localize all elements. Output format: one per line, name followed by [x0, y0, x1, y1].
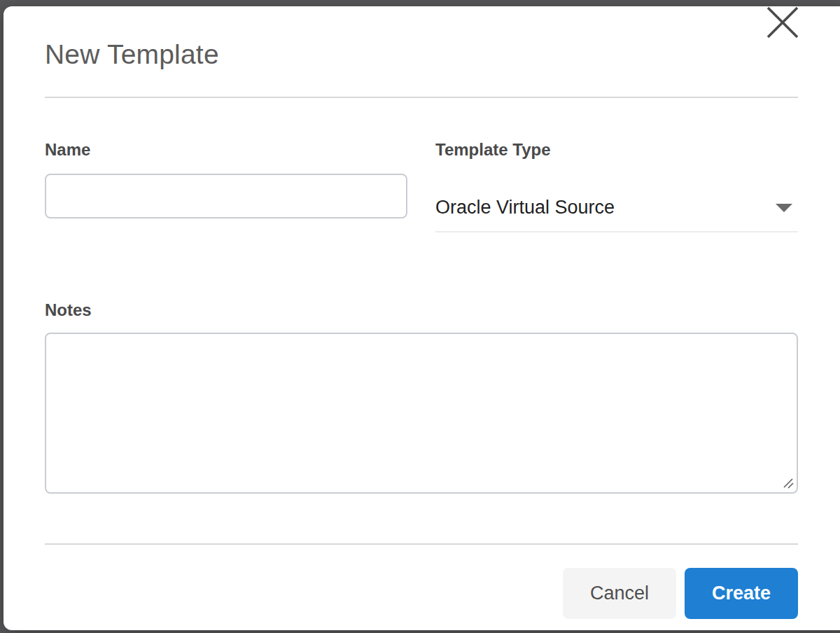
- template-type-field-group: Template Type Oracle Virtual Source: [435, 140, 798, 233]
- header-divider: [45, 97, 798, 98]
- template-type-label: Template Type: [435, 140, 798, 160]
- notes-field-group: Notes: [45, 300, 798, 494]
- notes-label: Notes: [45, 300, 798, 320]
- chevron-down-icon: [776, 204, 792, 212]
- close-icon: [762, 2, 803, 43]
- cancel-button[interactable]: Cancel: [563, 568, 676, 619]
- footer-divider: [45, 543, 798, 545]
- dialog-title: New Template: [45, 39, 798, 71]
- template-type-select[interactable]: Oracle Virtual Source: [435, 198, 798, 232]
- form-row-top: Name Template Type Oracle Virtual Source: [45, 140, 798, 233]
- name-input[interactable]: [45, 174, 407, 218]
- create-button[interactable]: Create: [685, 568, 798, 619]
- close-button[interactable]: [762, 1, 804, 43]
- notes-textarea[interactable]: [45, 333, 798, 494]
- notes-textarea-wrap: [45, 333, 798, 494]
- new-template-dialog: New Template Name Template Type Oracle V…: [4, 6, 840, 630]
- dialog-footer: Cancel Create: [45, 568, 798, 619]
- name-field-group: Name: [45, 140, 407, 233]
- template-type-selected-value: Oracle Virtual Source: [435, 198, 615, 217]
- name-label: Name: [45, 140, 407, 160]
- dialog-header: New Template: [45, 6, 798, 71]
